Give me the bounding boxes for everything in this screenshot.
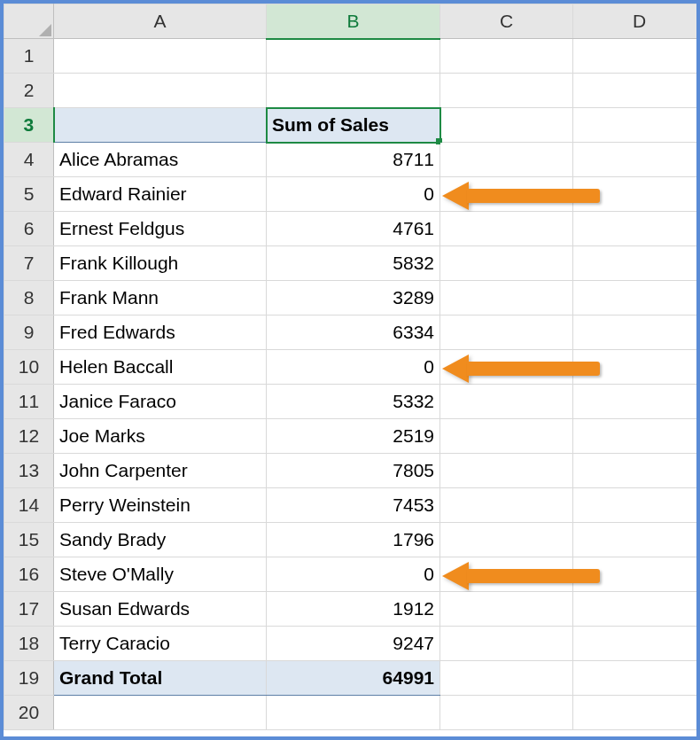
row-head-14[interactable]: 14 [4,488,54,523]
cell-B15[interactable]: 1796 [267,523,440,557]
cell-C1[interactable] [440,39,573,74]
cell-D8[interactable] [573,281,701,315]
cell-D7[interactable] [573,246,701,281]
spreadsheet-grid[interactable]: A B C D 1 2 3 Sum of Sales 4 [4,4,700,730]
cell-C17[interactable] [440,592,573,627]
cell-A6[interactable]: Ernest Feldgus [54,212,267,246]
row-head-1[interactable]: 1 [4,39,54,74]
row-head-15[interactable]: 15 [4,523,54,557]
cell-D20[interactable] [573,696,701,730]
cell-D10[interactable] [573,350,701,385]
cell-A5[interactable]: Edward Rainier [54,177,267,212]
cell-B18[interactable]: 9247 [267,627,440,661]
cell-A3[interactable] [54,108,267,143]
col-head-A[interactable]: A [54,4,267,39]
row-head-16[interactable]: 16 [4,557,54,592]
col-head-B[interactable]: B [267,4,440,39]
cell-B12[interactable]: 2519 [267,419,440,454]
col-head-C[interactable]: C [440,4,573,39]
cell-A4[interactable]: Alice Abramas [54,143,267,177]
cell-A13[interactable]: John Carpenter [54,454,267,488]
cell-B4[interactable]: 8711 [267,143,440,177]
cell-D9[interactable] [573,315,701,350]
cell-A20[interactable] [54,696,267,730]
cell-B1[interactable] [267,39,440,74]
cell-C10[interactable] [440,350,573,385]
cell-A2[interactable] [54,74,267,108]
cell-A17[interactable]: Susan Edwards [54,592,267,627]
cell-D1[interactable] [573,39,701,74]
cell-D2[interactable] [573,74,701,108]
row-head-2[interactable]: 2 [4,74,54,108]
row-head-4[interactable]: 4 [4,143,54,177]
cell-D6[interactable] [573,212,701,246]
select-all-corner[interactable] [4,4,54,39]
cell-D13[interactable] [573,454,701,488]
cell-A1[interactable] [54,39,267,74]
row-head-19[interactable]: 19 [4,661,54,696]
cell-C20[interactable] [440,696,573,730]
row-head-6[interactable]: 6 [4,212,54,246]
cell-C12[interactable] [440,419,573,454]
cell-B20[interactable] [267,696,440,730]
cell-C9[interactable] [440,315,573,350]
cell-B14[interactable]: 7453 [267,488,440,523]
cell-B13[interactable]: 7805 [267,454,440,488]
cell-B16[interactable]: 0 [267,557,440,592]
row-head-13[interactable]: 13 [4,454,54,488]
cell-D11[interactable] [573,385,701,419]
cell-C2[interactable] [440,74,573,108]
cell-D14[interactable] [573,488,701,523]
cell-B11[interactable]: 5332 [267,385,440,419]
cell-A16[interactable]: Steve O'Mally [54,557,267,592]
cell-C11[interactable] [440,385,573,419]
row-head-5[interactable]: 5 [4,177,54,212]
cell-B9[interactable]: 6334 [267,315,440,350]
cell-B5[interactable]: 0 [267,177,440,212]
cell-A7[interactable]: Frank Killough [54,246,267,281]
cell-D4[interactable] [573,143,701,177]
cell-D17[interactable] [573,592,701,627]
cell-C16[interactable] [440,557,573,592]
cell-C18[interactable] [440,627,573,661]
cell-B2[interactable] [267,74,440,108]
cell-B10[interactable]: 0 [267,350,440,385]
cell-B8[interactable]: 3289 [267,281,440,315]
cell-A15[interactable]: Sandy Brady [54,523,267,557]
cell-D5[interactable] [573,177,701,212]
cell-A12[interactable]: Joe Marks [54,419,267,454]
cell-A14[interactable]: Perry Weinstein [54,488,267,523]
cell-D18[interactable] [573,627,701,661]
cell-C14[interactable] [440,488,573,523]
cell-C6[interactable] [440,212,573,246]
cell-B3[interactable]: Sum of Sales [267,108,440,143]
cell-C19[interactable] [440,661,573,696]
cell-B17[interactable]: 1912 [267,592,440,627]
cell-C15[interactable] [440,523,573,557]
row-head-9[interactable]: 9 [4,315,54,350]
cell-D16[interactable] [573,557,701,592]
cell-A8[interactable]: Frank Mann [54,281,267,315]
cell-D15[interactable] [573,523,701,557]
row-head-7[interactable]: 7 [4,246,54,281]
cell-B7[interactable]: 5832 [267,246,440,281]
cell-C8[interactable] [440,281,573,315]
cell-C4[interactable] [440,143,573,177]
col-head-D[interactable]: D [573,4,701,39]
row-head-3[interactable]: 3 [4,108,54,143]
cell-A11[interactable]: Janice Faraco [54,385,267,419]
cell-D3[interactable] [573,108,701,143]
row-head-11[interactable]: 11 [4,385,54,419]
cell-B6[interactable]: 4761 [267,212,440,246]
row-head-20[interactable]: 20 [4,696,54,730]
row-head-17[interactable]: 17 [4,592,54,627]
cell-C5[interactable] [440,177,573,212]
row-head-18[interactable]: 18 [4,627,54,661]
cell-D12[interactable] [573,419,701,454]
cell-D19[interactable] [573,661,701,696]
cell-C3[interactable] [440,108,573,143]
row-head-8[interactable]: 8 [4,281,54,315]
cell-C13[interactable] [440,454,573,488]
cell-C7[interactable] [440,246,573,281]
cell-B19[interactable]: 64991 [267,661,440,696]
